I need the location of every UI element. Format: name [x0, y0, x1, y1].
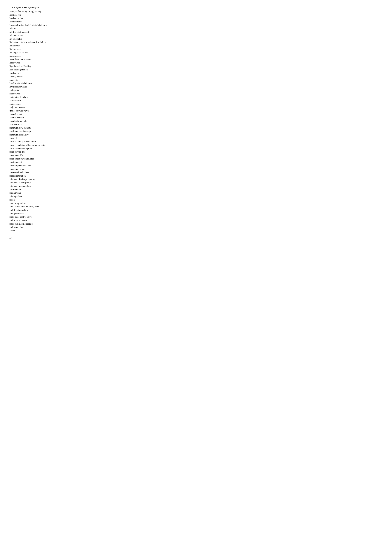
list-item: medium-pressure valves: [9, 164, 84, 167]
list-item: leak-proof closure (closing) sealing: [9, 10, 84, 13]
list-item: longevity: [9, 78, 84, 82]
list-item: major renovation: [9, 106, 84, 109]
list-item: mean operating time to failure: [9, 140, 84, 143]
list-item: mean life: [9, 136, 84, 140]
list-item: mean reconditioning labour-output ratio: [9, 143, 84, 147]
list-item: maximum stroke/trave: [9, 133, 84, 137]
list-item: manual operator: [9, 116, 84, 119]
list-item: maintenance: [9, 99, 84, 102]
list-item: mean reconditioning time: [9, 147, 84, 150]
list-item: multi (three, four, etc.)-way valve: [9, 205, 84, 208]
list-item: maximum flow capacity: [9, 126, 84, 130]
page-header: ГОСТ (проект RU, 1 редакция): [9, 6, 84, 9]
list-item: minimum flow capacity: [9, 181, 84, 184]
list-item: maintenance: [9, 102, 84, 106]
list-item: middle renovation: [9, 174, 84, 178]
list-item: limiting state: [9, 48, 84, 51]
list-item: low pressure valves: [9, 85, 84, 89]
list-item: lift plug valve: [9, 37, 84, 41]
list-item: load-bearing element: [9, 68, 84, 71]
list-item: limit state criteria to valve critical f…: [9, 41, 84, 44]
list-item: multi-turn actuators: [9, 219, 84, 222]
list-item: multi-turn electric actuator: [9, 222, 84, 226]
list-item: manual actuator: [9, 113, 84, 116]
list-item: maximum rotation angle: [9, 130, 84, 133]
list-item: level indicator: [9, 20, 84, 24]
list-item: main-tainable valves: [9, 95, 84, 99]
list-item: multiport valves: [9, 212, 84, 215]
list-item: lift /travel/ stroke part: [9, 30, 84, 34]
list-item: medium repair: [9, 160, 84, 164]
list-item: mean time between failures: [9, 157, 84, 161]
list-item: monitoring valves: [9, 202, 84, 205]
list-item: liquid metal seal/sealing: [9, 65, 84, 68]
list-item: level controller: [9, 17, 84, 20]
list-item: mixing valve: [9, 191, 84, 195]
list-item: linear flow characteristic: [9, 58, 84, 61]
list-item: (male) screwed valves: [9, 109, 84, 113]
list-item: locking device: [9, 75, 84, 78]
list-item: manufacturing failure: [9, 119, 84, 123]
list-item: marine valves: [9, 123, 84, 126]
list-item: life time: [9, 27, 84, 30]
list-item: minimum discharge capacity: [9, 178, 84, 181]
list-item: main valves: [9, 92, 84, 96]
list-item: lift check valve: [9, 34, 84, 37]
list-item: limiting state criteria: [9, 51, 84, 54]
page-footer: 82: [9, 237, 84, 240]
list-item: main parts: [9, 89, 84, 92]
list-item: leaktight rate: [9, 13, 84, 17]
list-item: lined valves: [9, 61, 84, 65]
term-list: leak-proof closure (closing) sealingleak…: [9, 10, 84, 232]
list-item: minimum pressure drop: [9, 184, 84, 188]
list-item: limit switch: [9, 44, 84, 48]
page-container: ГОСТ (проект RU, 1 редакция) leak-proof …: [9, 6, 84, 240]
page-number: 82: [9, 237, 12, 240]
list-item: multifunction valves: [9, 208, 84, 212]
list-item: low lift safety/relief valve: [9, 82, 84, 85]
list-item: mixing valves: [9, 195, 84, 198]
list-item: model: [9, 198, 84, 202]
list-item: line pressure: [9, 54, 84, 58]
list-item: multiway valves: [9, 226, 84, 229]
list-item: multi-stage control valve: [9, 215, 84, 219]
list-item: local control: [9, 71, 84, 75]
list-item: needle: [9, 229, 84, 232]
list-item: lever-and-weight loaded safety/relief va…: [9, 24, 84, 27]
list-item: mean shelf life: [9, 154, 84, 157]
list-item: misuse failure: [9, 188, 84, 191]
list-item: mean service life: [9, 150, 84, 154]
list-item: metal-enclosed valves: [9, 171, 84, 174]
list-item: membrane valves: [9, 167, 84, 171]
